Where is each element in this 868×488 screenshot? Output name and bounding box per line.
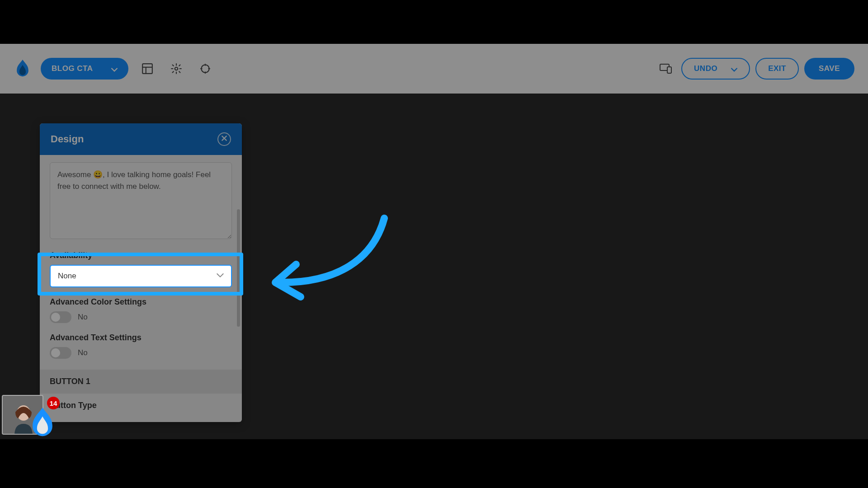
exit-button[interactable]: EXIT (755, 58, 799, 80)
toolbar-right: UNDO EXIT SAVE (656, 58, 854, 80)
notification-badge: 14 (47, 397, 60, 409)
gear-icon-button[interactable] (166, 59, 186, 79)
panel-header: Design (40, 123, 242, 155)
message-textarea[interactable] (50, 162, 232, 239)
scrollbar[interactable] (237, 209, 240, 327)
advanced-color-toggle-row: No (50, 311, 232, 323)
design-panel: Design Availability None (40, 123, 242, 422)
device-preview-icon-button[interactable] (656, 59, 676, 79)
arrow-annotation (269, 215, 391, 305)
undo-dropdown[interactable]: UNDO (681, 58, 750, 80)
availability-select-wrap: None (50, 265, 232, 287)
app-logo-icon (14, 60, 32, 78)
panel-title: Design (51, 133, 84, 145)
button-type-label: Button Type (50, 401, 232, 410)
project-dropdown[interactable]: BLOG CTA (41, 58, 128, 80)
project-name: BLOG CTA (52, 64, 93, 73)
top-toolbar: BLOG CTA UNDO (0, 44, 868, 94)
advanced-text-value: No (78, 348, 88, 357)
svg-rect-10 (667, 67, 671, 73)
advanced-color-value: No (78, 313, 88, 322)
app-container: BLOG CTA UNDO (0, 44, 868, 439)
flame-logo-icon (29, 408, 56, 438)
advanced-text-toggle-row: No (50, 347, 232, 359)
availability-select[interactable]: None (50, 265, 232, 287)
advanced-color-label: Advanced Color Settings (50, 297, 232, 307)
button1-section-header: BUTTON 1 (40, 370, 242, 394)
advanced-color-toggle[interactable] (50, 311, 71, 323)
svg-point-4 (201, 65, 209, 72)
panel-body: Availability None Advanced Color Setting… (40, 155, 242, 422)
undo-label: UNDO (694, 64, 717, 73)
save-label: SAVE (819, 64, 840, 73)
advanced-text-toggle[interactable] (50, 347, 71, 359)
editor-canvas: Design Availability None (0, 94, 868, 439)
toggle-knob (51, 348, 60, 357)
layout-icon-button[interactable] (137, 59, 157, 79)
svg-rect-0 (142, 64, 152, 74)
svg-point-3 (175, 67, 178, 70)
save-button[interactable]: SAVE (804, 58, 854, 80)
chevron-down-icon (731, 66, 737, 72)
availability-value: None (58, 272, 76, 281)
help-widget[interactable]: 14 (2, 395, 61, 437)
chevron-down-icon (217, 272, 224, 281)
toggle-knob (51, 313, 60, 322)
availability-label: Availability (50, 251, 232, 260)
exit-label: EXIT (768, 64, 786, 73)
close-panel-button[interactable] (217, 132, 231, 146)
toolbar-left: BLOG CTA (14, 58, 215, 80)
chevron-down-icon (111, 66, 118, 72)
advanced-text-label: Advanced Text Settings (50, 333, 232, 343)
close-icon (221, 135, 227, 143)
target-icon-button[interactable] (195, 59, 215, 79)
